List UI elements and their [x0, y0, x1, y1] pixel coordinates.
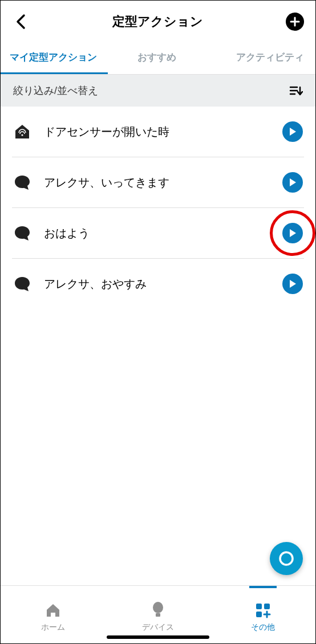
plus-icon — [290, 17, 300, 27]
filter-label: 絞り込み/並べ替え — [13, 84, 98, 97]
tabs-bar: マイ定型アクション おすすめ アクティビティ — [1, 40, 315, 75]
tab-label: マイ定型アクション — [10, 51, 97, 64]
tab-activity[interactable]: アクティビティ — [206, 40, 315, 74]
bulb-icon — [149, 602, 167, 619]
tab-my-routines[interactable]: マイ定型アクション — [1, 40, 108, 74]
routine-label: アレクサ、いってきます — [44, 175, 282, 190]
svg-rect-9 — [264, 604, 270, 609]
play-button[interactable] — [282, 121, 303, 142]
page-title: 定型アクション — [112, 13, 203, 30]
voice-icon — [13, 224, 31, 242]
play-icon — [289, 127, 297, 136]
nav-more[interactable]: その他 — [210, 586, 315, 643]
home-sensor-icon — [13, 123, 31, 141]
home-icon — [44, 602, 62, 619]
play-icon — [289, 229, 297, 238]
sort-icon — [289, 85, 303, 96]
nav-devices[interactable]: デバイス — [106, 586, 210, 643]
grid-plus-icon — [254, 602, 272, 619]
svg-rect-7 — [156, 613, 160, 617]
routine-label: ドアセンサーが開いた時 — [44, 124, 282, 140]
routine-item[interactable]: おはよう — [12, 208, 304, 259]
app-header: 定型アクション — [1, 1, 315, 40]
play-button[interactable] — [282, 172, 303, 193]
svg-point-6 — [153, 602, 163, 613]
routine-item[interactable]: アレクサ、おやすみ — [12, 259, 304, 309]
routine-label: アレクサ、おやすみ — [44, 276, 282, 292]
chevron-left-icon — [15, 14, 26, 30]
play-icon — [289, 279, 297, 288]
add-routine-button[interactable] — [286, 13, 304, 31]
nav-label: その他 — [251, 622, 275, 633]
routine-item[interactable]: アレクサ、いってきます — [12, 157, 304, 208]
svg-point-5 — [280, 552, 293, 565]
tab-label: おすすめ — [137, 51, 176, 64]
svg-point-4 — [21, 134, 23, 136]
svg-rect-8 — [256, 604, 262, 609]
voice-assistant-fab[interactable] — [270, 542, 303, 575]
play-button[interactable] — [282, 274, 303, 294]
nav-home[interactable]: ホーム — [1, 586, 106, 643]
play-button[interactable] — [282, 223, 303, 243]
voice-icon — [13, 275, 31, 293]
alexa-ring-icon — [278, 550, 295, 567]
routine-label: おはよう — [44, 226, 282, 241]
play-icon — [289, 178, 297, 187]
filter-sort-bar[interactable]: 絞り込み/並べ替え — [1, 75, 315, 107]
nav-label: デバイス — [142, 622, 174, 633]
tab-label: アクティビティ — [236, 51, 304, 64]
nav-label: ホーム — [41, 622, 65, 633]
bottom-nav: ホーム デバイス その他 — [1, 585, 315, 643]
routine-item[interactable]: ドアセンサーが開いた時 — [12, 107, 304, 157]
tab-recommended[interactable]: おすすめ — [108, 40, 206, 74]
voice-icon — [13, 173, 31, 191]
svg-rect-10 — [256, 612, 262, 617]
back-button[interactable] — [12, 13, 29, 30]
home-indicator — [107, 635, 209, 639]
routines-list: ドアセンサーが開いた時 アレクサ、いってきます おはよう — [1, 107, 315, 309]
